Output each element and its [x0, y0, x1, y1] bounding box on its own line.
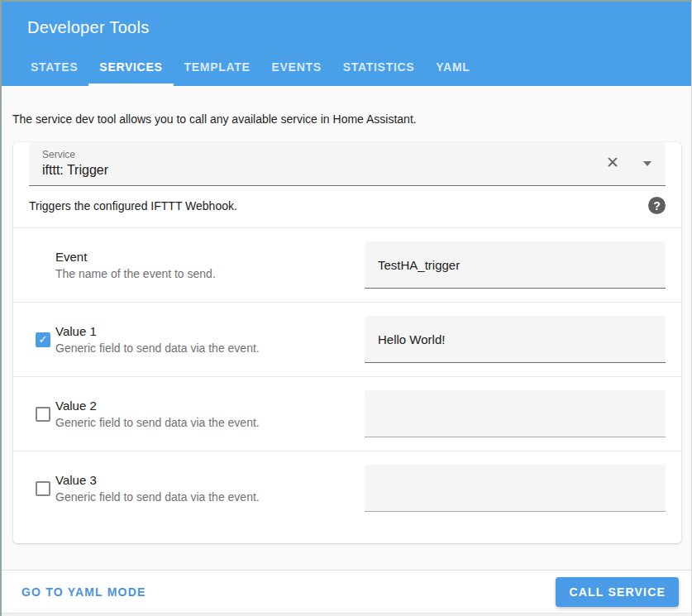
checkbox-column: ✓	[25, 407, 55, 422]
field-text: Value 3 Generic field to send data via t…	[55, 473, 365, 504]
service-picker-value: ifttt: Trigger	[42, 163, 652, 178]
page-title: Developer Tools	[2, 2, 691, 37]
service-description-row: Triggers the configured IFTTT Webhook. ?	[13, 186, 681, 227]
main-content: The service dev tool allows you to call …	[2, 86, 691, 570]
close-icon[interactable]: ✕	[602, 152, 623, 174]
value3-checkbox[interactable]: ✓	[36, 481, 50, 496]
field-text: Value 2 Generic field to send data via t…	[55, 399, 365, 429]
field-row-value2: ✓ Value 2 Generic field to send data via…	[13, 376, 681, 451]
service-picker[interactable]: Service ifttt: Trigger ✕	[29, 142, 666, 186]
field-title: Event	[55, 250, 355, 264]
event-input[interactable]	[365, 241, 666, 289]
tab-bar: STATES SERVICES TEMPLATE EVENTS STATISTI…	[20, 48, 481, 86]
field-title: Value 1	[55, 324, 355, 338]
checkbox-column: ✓	[25, 481, 55, 496]
value3-input[interactable]	[365, 465, 666, 512]
field-text: Event The name of the event to send.	[55, 250, 365, 280]
field-row-event: ✓ Event The name of the event to send.	[13, 227, 681, 302]
field-description: Generic field to send data via the event…	[55, 416, 355, 429]
call-service-button[interactable]: CALL SERVICE	[556, 577, 679, 607]
field-text: Value 1 Generic field to send data via t…	[55, 324, 365, 355]
developer-tools-screen: Developer Tools STATES SERVICES TEMPLATE…	[0, 0, 692, 616]
tab-services[interactable]: SERVICES	[88, 48, 173, 86]
field-description: Generic field to send data via the event…	[55, 490, 355, 504]
tab-states[interactable]: STATES	[20, 48, 88, 86]
checkbox-column: ✓	[25, 332, 55, 347]
field-description: Generic field to send data via the event…	[55, 341, 355, 355]
tab-yaml[interactable]: YAML	[425, 48, 480, 86]
chevron-down-icon[interactable]	[643, 161, 651, 166]
value1-checkbox[interactable]: ✓	[36, 332, 50, 347]
value2-checkbox[interactable]: ✓	[36, 407, 50, 422]
value1-input[interactable]	[365, 316, 666, 363]
tab-events[interactable]: EVENTS	[261, 48, 332, 86]
bottom-strip	[2, 613, 691, 616]
field-description: The name of the event to send.	[55, 267, 355, 280]
value2-input[interactable]	[365, 390, 666, 437]
check-icon: ✓	[39, 332, 48, 347]
help-icon[interactable]: ?	[648, 197, 666, 214]
field-title: Value 3	[55, 473, 355, 487]
intro-text: The service dev tool allows you to call …	[2, 86, 691, 126]
service-picker-label: Service	[42, 149, 652, 160]
field-title: Value 2	[55, 399, 355, 413]
field-row-value1: ✓ Value 1 Generic field to send data via…	[13, 302, 681, 376]
footer: GO TO YAML MODE CALL SERVICE	[2, 570, 691, 613]
app-header: Developer Tools STATES SERVICES TEMPLATE…	[2, 2, 691, 86]
tab-statistics[interactable]: STATISTICS	[332, 48, 426, 86]
checkbox-column: ✓	[25, 258, 55, 273]
field-row-value3: ✓ Value 3 Generic field to send data via…	[13, 451, 681, 525]
tab-template[interactable]: TEMPLATE	[174, 48, 261, 86]
service-card: Service ifttt: Trigger ✕ Triggers the co…	[13, 142, 681, 543]
go-to-yaml-mode-button[interactable]: GO TO YAML MODE	[21, 585, 146, 599]
service-description: Triggers the configured IFTTT Webhook.	[29, 199, 237, 212]
